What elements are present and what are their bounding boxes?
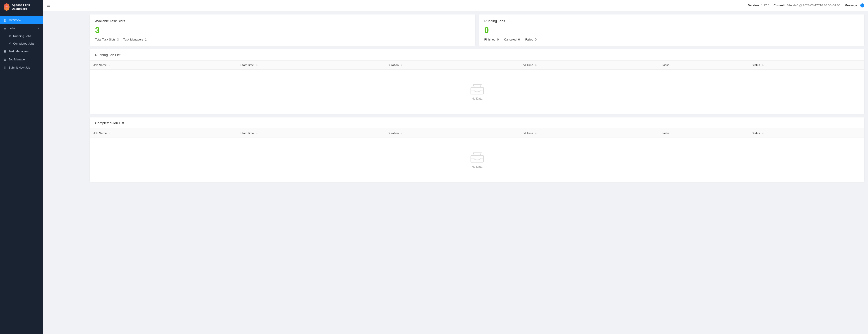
sidebar-nav: ▦ Overview ☰ Jobs ∧ ⊙ Running Jobs ⊙ Com… (0, 14, 43, 334)
completed-col-end-time-sort-icon: ⇅ (535, 132, 537, 135)
running-job-list-table: Job Name ⇅ Start Time ⇅ Duration ⇅ End (90, 61, 864, 114)
running-job-list-tbody: No Data (90, 70, 864, 114)
running-job-list-no-data-cell: No Data (90, 70, 864, 114)
commit-label: Commit: (774, 4, 785, 7)
canceled-label: Canceled (504, 38, 517, 41)
completed-col-status[interactable]: Status ⇅ (748, 129, 864, 138)
task-managers-meta: Task Managers 1 (123, 38, 147, 41)
completed-job-list-section: Completed Job List Job Name ⇅ Start Time… (90, 118, 864, 182)
col-tasks-label: Tasks (662, 63, 670, 67)
sidebar-item-jobs-label: Jobs (9, 27, 15, 30)
completed-col-end-time[interactable]: End Time ⇅ (517, 129, 658, 138)
sidebar-item-jobs[interactable]: ☰ Jobs ∧ (0, 24, 43, 32)
col-job-name-label: Job Name (93, 63, 107, 67)
submit-job-icon: ⬇ (4, 66, 6, 69)
sidebar-item-completed-jobs[interactable]: ⊙ Completed Jobs (0, 40, 43, 47)
col-job-name[interactable]: Job Name ⇅ (90, 61, 237, 70)
header: ☰ Version: 1.17.0 Commit: 69ecda0 @ 2023… (43, 0, 868, 11)
failed-label: Failed (525, 38, 533, 41)
sidebar-item-job-manager[interactable]: ⊟ Job Manager (0, 56, 43, 64)
completed-job-list-thead: Job Name ⇅ Start Time ⇅ Duration ⇅ End (90, 129, 864, 138)
col-end-time-label: End Time (521, 63, 533, 67)
completed-job-list-title: Completed Job List (90, 118, 864, 129)
finished-meta: Finished 0 (485, 38, 499, 41)
sidebar-header: 🦩 Apache Flink Dashboard (0, 0, 43, 14)
completed-no-data-inbox-icon (470, 152, 485, 163)
completed-no-data-text: No Data (93, 165, 861, 168)
col-end-time-sort-icon: ⇅ (535, 64, 537, 67)
running-job-list-no-data-row: No Data (90, 70, 864, 114)
sidebar-item-task-managers[interactable]: ⊞ Task Managers (0, 47, 43, 56)
available-task-slots-card: Available Task Slots 3 Total Task Slots … (90, 14, 475, 46)
canceled-value: 0 (518, 38, 520, 41)
completed-col-status-label: Status (752, 131, 760, 135)
finished-value: 0 (497, 38, 499, 41)
jobs-icon: ☰ (4, 27, 6, 30)
running-jobs-value: 0 (485, 26, 859, 35)
col-status[interactable]: Status ⇅ (748, 61, 864, 70)
finished-label: Finished (485, 38, 495, 41)
version-label: Version: (748, 4, 760, 7)
sidebar-item-running-jobs-label: Running Jobs (13, 34, 31, 38)
task-managers-value: 1 (145, 38, 147, 41)
total-task-slots-value: 3 (117, 38, 119, 41)
completed-col-duration-label: Duration (388, 131, 399, 135)
running-jobs-title: Running Jobs (485, 19, 859, 23)
col-duration-label: Duration (388, 63, 399, 67)
task-managers-icon: ⊞ (4, 49, 6, 53)
job-manager-icon: ⊟ (4, 58, 6, 61)
svg-rect-0 (471, 87, 484, 94)
completed-job-list-table-wrapper: Job Name ⇅ Start Time ⇅ Duration ⇅ End (90, 129, 864, 182)
completed-job-list-table: Job Name ⇅ Start Time ⇅ Duration ⇅ End (90, 129, 864, 182)
col-start-time[interactable]: Start Time ⇅ (237, 61, 384, 70)
completed-col-end-time-label: End Time (521, 131, 533, 135)
sidebar-item-overview[interactable]: ▦ Overview (0, 16, 43, 24)
completed-col-job-name[interactable]: Job Name ⇅ (90, 129, 237, 138)
col-duration[interactable]: Duration ⇅ (384, 61, 517, 70)
completed-job-list-tbody: No Data (90, 138, 864, 182)
sidebar-item-submit-new-job[interactable]: ⬇ Submit New Job (0, 64, 43, 72)
completed-col-start-time-sort-icon: ⇅ (256, 132, 257, 135)
completed-col-job-name-sort-icon: ⇅ (108, 132, 110, 135)
col-status-label: Status (752, 63, 760, 67)
chevron-up-icon: ∧ (37, 27, 39, 30)
message-badge: 0 (860, 3, 864, 7)
completed-col-job-name-label: Job Name (93, 131, 107, 135)
no-data-inbox-icon (470, 83, 485, 95)
svg-rect-1 (471, 156, 484, 162)
col-tasks: Tasks (658, 61, 748, 70)
app-title: Apache Flink Dashboard (12, 3, 39, 11)
completed-col-start-time-label: Start Time (241, 131, 254, 135)
sidebar-item-job-manager-label: Job Manager (9, 58, 26, 61)
failed-value: 0 (535, 38, 536, 41)
menu-toggle-icon[interactable]: ☰ (46, 3, 50, 8)
sidebar-item-running-jobs[interactable]: ⊙ Running Jobs (0, 32, 43, 40)
completed-col-start-time[interactable]: Start Time ⇅ (237, 129, 384, 138)
sidebar-item-submit-new-job-label: Submit New Job (9, 66, 30, 69)
completed-job-list-no-data-cell: No Data (90, 138, 864, 182)
col-status-sort-icon: ⇅ (762, 64, 764, 67)
completed-job-list-no-data-row: No Data (90, 138, 864, 182)
col-duration-sort-icon: ⇅ (400, 64, 402, 67)
completed-col-duration[interactable]: Duration ⇅ (384, 129, 517, 138)
col-end-time[interactable]: End Time ⇅ (517, 61, 658, 70)
completed-col-tasks-label: Tasks (662, 131, 670, 135)
completed-col-duration-sort-icon: ⇅ (400, 132, 402, 135)
available-task-slots-title: Available Task Slots (95, 19, 470, 23)
total-task-slots-meta: Total Task Slots 3 (95, 38, 119, 41)
running-job-list-thead: Job Name ⇅ Start Time ⇅ Duration ⇅ End (90, 61, 864, 70)
col-start-time-sort-icon: ⇅ (256, 64, 257, 67)
sidebar-item-task-managers-label: Task Managers (9, 49, 29, 53)
main-content: Available Task Slots 3 Total Task Slots … (86, 11, 868, 334)
commit-value: 69ecda0 @ 2023-03-17T10:30:06+01:00 (787, 4, 840, 7)
completed-col-tasks: Tasks (658, 129, 748, 138)
message-label: Message: (845, 4, 858, 7)
task-managers-label: Task Managers (123, 38, 143, 41)
completed-col-status-sort-icon: ⇅ (762, 132, 764, 135)
cards-row: Available Task Slots 3 Total Task Slots … (90, 14, 864, 46)
running-no-data-text: No Data (93, 97, 861, 100)
completed-jobs-icon: ⊙ (9, 42, 11, 45)
col-job-name-sort-icon: ⇅ (108, 64, 110, 67)
running-job-list-table-wrapper: Job Name ⇅ Start Time ⇅ Duration ⇅ End (90, 61, 864, 114)
running-jobs-meta: Finished 0 Canceled 0 Failed 0 (485, 38, 859, 41)
